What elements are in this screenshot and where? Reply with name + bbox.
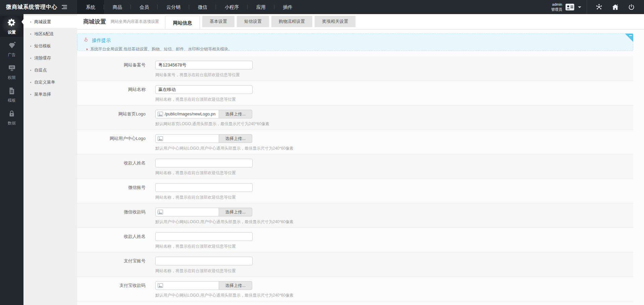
field-hint: 网站名称，将显示在前台顶部欢迎信息等位置 (155, 97, 633, 102)
field-label: 微信收款码 (77, 208, 155, 227)
submenu-item-clear-cache[interactable]: 清除缓存 (23, 52, 77, 64)
image-icon (158, 283, 163, 288)
module-permissions[interactable]: AD 权限 (0, 62, 23, 83)
svg-text:AD: AD (10, 66, 14, 69)
topnav-item-mini-program[interactable]: 小程序 (216, 0, 248, 14)
field-area: 选择上传...默认用户中心网站LOGO,用户中心通用头部显示，最佳显示尺寸为24… (155, 281, 633, 301)
field-label: 支付宝收款码 (77, 281, 155, 301)
user-info: admin 管理员 (551, 2, 562, 12)
topnav-item-system[interactable]: 系统 (77, 0, 104, 14)
tab-basic-settings[interactable]: 基本设置 (202, 16, 234, 27)
field-hint: 默认用户中心网站LOGO,用户中心通用头部显示，最佳显示尺寸为240*60像素 (155, 146, 633, 151)
submenu-item-custom-menu[interactable]: 自定义菜单 (23, 76, 77, 88)
topnav-item-plugins[interactable]: 插件 (274, 0, 301, 14)
field-label: 网站备案号 (77, 61, 155, 81)
home-icon[interactable] (611, 3, 619, 11)
bullet-dot (30, 21, 31, 22)
module-data[interactable]: 数据 (0, 107, 23, 128)
bullet-dot (30, 94, 31, 95)
submenu-item-pickup-point[interactable]: 自提点 (23, 64, 77, 76)
upload-button[interactable]: 选择上传... (219, 208, 252, 216)
upload-control: 选择上传... (155, 208, 253, 216)
field-area: 选择上传...默认网站首页LOGO,通用头部显示，最佳显示尺寸为240*60像素 (155, 110, 633, 130)
topnav-item-wechat[interactable]: 微信 (189, 0, 216, 14)
gem-icon (8, 41, 16, 51)
submenu-item-sms-template[interactable]: 短信模板 (23, 40, 77, 52)
field-label: 网站用户中心Logo (77, 134, 155, 154)
field-area: 网站名称，将显示在前台顶部欢迎信息等位置 (155, 257, 633, 276)
form-row: 网站备案号网站备案号，将显示在前台底部欢迎信息等位置 (77, 56, 633, 81)
field-label: 收款人姓名 (77, 232, 155, 252)
topbar-right: admin 管理员 (551, 0, 644, 14)
topnav-item-members[interactable]: 会员 (131, 0, 158, 14)
field-area: 网站名称，将显示在前台顶部欢迎信息等位置 (155, 232, 633, 252)
upload-filename-field[interactable] (155, 281, 219, 290)
upload-control: 选择上传... (155, 281, 253, 290)
field-hint: 网站名称，将显示在前台顶部欢迎信息等位置 (155, 268, 633, 274)
form-row: 收款人姓名网站名称，将显示在前台顶部欢迎信息等位置 (77, 228, 633, 252)
collapse-menu-icon[interactable] (62, 5, 67, 9)
field-area: 选择上传...默认用户中心网站LOGO,用户中心通用头部显示，最佳显示尺寸为24… (155, 208, 633, 227)
topbar: 微商城系统管理中心 系统 商品 会员 云分销 微信 小程序 应用 插件 admi… (0, 0, 644, 14)
tab-bar: 网站信息 基本设置 短信设置 购物流程设置 奖项相关设置 (165, 16, 356, 29)
upload-filename-field[interactable] (155, 110, 219, 118)
bullet-dot (30, 34, 31, 35)
text-input[interactable] (155, 85, 253, 94)
module-label: 权限 (8, 75, 16, 81)
upload-button[interactable]: 选择上传... (219, 110, 252, 118)
topnav-item-apps[interactable]: 应用 (248, 0, 274, 14)
text-input[interactable] (155, 232, 253, 241)
module-templates[interactable]: 模板 (0, 85, 23, 105)
field-area: 网站备案号，将显示在前台底部欢迎信息等位置 (155, 61, 633, 81)
upload-filename-input[interactable] (165, 136, 217, 141)
field-hint: 默认网站首页LOGO,通用头部显示，最佳显示尺寸为240*60像素 (155, 121, 633, 127)
upload-filename-field[interactable] (155, 208, 219, 216)
tab-site-info[interactable]: 网站信息 (165, 16, 200, 29)
topnav-item-cloud-distribution[interactable]: 云分销 (158, 0, 189, 14)
field-hint: 网站名称，将显示在前台顶部欢迎信息等位置 (155, 195, 633, 200)
lock-icon (8, 110, 16, 119)
module-settings[interactable]: 设置 (0, 16, 23, 37)
profile-card-icon[interactable] (565, 3, 575, 11)
notice-box: 操作提示 系统平台全局设置,包括基础设置、购物、短信、邮件、水印和分销等相关模块… (77, 34, 633, 51)
network-icon[interactable] (595, 3, 603, 11)
form-row: 网站用户中心Logo选择上传...默认用户中心网站LOGO,用户中心通用头部显示… (77, 130, 633, 154)
divider (587, 0, 587, 14)
power-icon[interactable] (628, 4, 635, 11)
submenu-label: 清除缓存 (34, 55, 51, 61)
upload-filename-field[interactable] (155, 134, 219, 143)
submenu-item-region-delivery[interactable]: 地区&配送 (23, 28, 77, 40)
text-input[interactable] (155, 61, 253, 69)
image-icon (158, 136, 163, 141)
module-label: 广告 (8, 52, 16, 58)
form-row: 网站名称网站名称，将显示在前台顶部欢迎信息等位置 (77, 81, 633, 105)
bullet-dot (30, 70, 31, 71)
field-area: 网站名称，将显示在前台顶部欢迎信息等位置 (155, 183, 633, 203)
ad-sign-icon: AD (8, 64, 16, 73)
module-ads[interactable]: 广告 (0, 39, 23, 60)
topnav-item-goods[interactable]: 商品 (104, 0, 131, 14)
submenu-label: 菜单选择 (34, 92, 51, 97)
upload-button[interactable]: 选择上传... (219, 281, 252, 290)
text-input[interactable] (155, 159, 253, 167)
form-row: 支付宝收款码选择上传...默认用户中心网站LOGO,用户中心通用头部显示，最佳显… (77, 277, 633, 301)
caret-down-icon[interactable] (578, 6, 581, 8)
tab-sms-settings[interactable]: 短信设置 (237, 16, 269, 27)
upload-filename-input[interactable] (165, 112, 217, 116)
field-hint: 网站备案号，将显示在前台底部欢迎信息等位置 (155, 72, 633, 78)
field-area: 网站名称，将显示在前台顶部欢迎信息等位置 (155, 85, 633, 105)
field-hint: 默认用户中心网站LOGO,用户中心通用头部显示，最佳显示尺寸为240*60像素 (155, 293, 633, 298)
text-input[interactable] (155, 183, 253, 192)
submenu-item-menu-select[interactable]: 菜单选择 (23, 88, 77, 100)
field-label: 网站名称 (77, 85, 155, 105)
tab-prize-settings[interactable]: 奖项相关设置 (315, 16, 356, 27)
upload-filename-input[interactable] (165, 283, 217, 288)
upload-control: 选择上传... (155, 110, 253, 118)
tab-shopping-flow-settings[interactable]: 购物流程设置 (271, 16, 312, 27)
form-row: 支付宝账号网站名称，将显示在前台顶部欢迎信息等位置 (77, 252, 633, 277)
submenu-item-mall-settings[interactable]: 商城设置 (23, 16, 77, 28)
upload-button[interactable]: 选择上传... (219, 134, 252, 143)
module-label: 模板 (8, 98, 16, 103)
text-input[interactable] (155, 257, 253, 265)
upload-filename-input[interactable] (165, 210, 217, 214)
